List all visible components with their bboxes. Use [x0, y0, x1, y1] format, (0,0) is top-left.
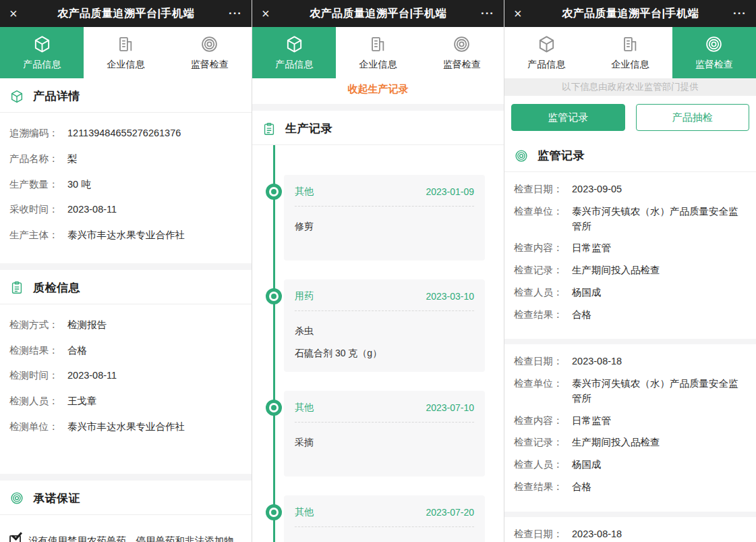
titlebar: × 农产品质量追溯平台|手机端 ··· [0, 0, 252, 27]
section-header: 产品详情 [0, 78, 252, 113]
section-title: 监管记录 [537, 148, 585, 163]
field-value: 2023-08-18 [572, 527, 747, 542]
field-label: 检查单位： [514, 377, 572, 391]
info-row: 检查内容：日常监管 [514, 241, 747, 256]
field-value: 121139484655276261376 [67, 126, 242, 141]
supervision-records-button[interactable]: 监管记录 [511, 104, 625, 131]
tab-supervision[interactable]: 监督检查 [168, 27, 252, 78]
info-row: 检查记录：生产期间投入品检查 [514, 435, 747, 450]
field-value: 生产期间投入品检查 [572, 435, 747, 450]
record-type: 其他 [295, 186, 314, 198]
record-type: 其他 [295, 402, 314, 414]
timeline-card-body: 采摘 [295, 527, 474, 542]
field-label: 检查人员： [514, 286, 572, 300]
info-row: 检查单位：泰兴市河失镇农（水）产品质量安全监管所 [514, 377, 747, 406]
record-detail: 修剪 [295, 221, 474, 233]
tab-product-info[interactable]: 产品信息 [504, 27, 588, 78]
record-type: 用药 [295, 290, 314, 302]
tabbar: 产品信息企业信息监督检查 [0, 27, 252, 78]
tab-company-info[interactable]: 企业信息 [336, 27, 419, 78]
info-row: 生产数量：30 吨 [9, 178, 242, 192]
field-value: 日常监管 [572, 414, 747, 429]
more-menu-icon[interactable]: ··· [720, 7, 747, 20]
field-value: 生产期间投入品检查 [572, 263, 747, 278]
building-icon [116, 34, 136, 54]
field-value: 王戈章 [67, 394, 242, 409]
section-title: 承诺保证 [33, 491, 80, 506]
more-menu-icon[interactable]: ··· [467, 7, 494, 20]
tab-supervision[interactable]: 监督检查 [420, 27, 504, 78]
field-value: 2023-08-11 [67, 202, 242, 217]
timeline-card-header: 其他2023-01-09 [295, 175, 474, 207]
timeline-dot-icon [266, 504, 282, 520]
supervision-records-header: 监管记录 [504, 138, 756, 172]
info-row: 检查单位：泰兴市河失镇农（水）产品质量安全监管所 [514, 205, 747, 234]
info-row: 检测时间：2023-08-11 [9, 369, 242, 383]
info-row: 检测人员：王戈章 [9, 394, 242, 409]
inspection-record: 检查日期：2023-08-18检查单位：泰兴市河失镇农（水）产品质量安全监管所检… [504, 344, 756, 511]
check-mark-icon [11, 529, 22, 540]
info-row: 检测方式：检测报告 [9, 318, 242, 333]
promise-list: 没有使用禁用农药兽药、停用兽药和非法添加物上市农产品符合农药安全间隔期、兽药休药… [0, 515, 252, 542]
cube-icon [537, 34, 556, 54]
field-value: 2023-08-18 [572, 354, 747, 369]
field-label: 生产主体： [9, 228, 67, 243]
target-icon [514, 148, 529, 163]
field-label: 检查记录： [514, 263, 572, 278]
section: 产品详情追溯编码：121139484655276261376产品名称：梨生产数量… [0, 78, 252, 263]
more-menu-icon[interactable]: ··· [215, 7, 242, 20]
record-date: 2023-07-10 [426, 402, 474, 413]
info-row: 检测结果：合格 [9, 344, 242, 358]
field-value: 杨国成 [572, 458, 747, 472]
checkbox-checked-icon[interactable] [9, 535, 21, 542]
field-value: 30 吨 [67, 178, 242, 192]
product-sampling-button[interactable]: 产品抽检 [636, 104, 750, 131]
field-label: 检测结果： [9, 344, 67, 358]
timeline-item: 其他2023-07-20采摘 [284, 495, 485, 542]
info-rows: 追溯编码：121139484655276261376产品名称：梨生产数量：30 … [0, 113, 252, 243]
field-label: 检查结果： [514, 480, 572, 495]
info-row: 检查日期：2023-09-05 [514, 182, 747, 197]
field-label: 检查日期： [514, 354, 572, 369]
page-title: 农产品质量追溯平台|手机端 [541, 7, 720, 21]
timeline-card: 其他2023-01-09修剪 [284, 175, 485, 261]
timeline-dot-icon [266, 184, 282, 200]
collapse-production-records-link[interactable]: 收起生产记录 [252, 78, 504, 104]
info-row: 检查人员：杨国成 [514, 286, 747, 300]
field-value: 合格 [67, 344, 242, 358]
record-type: 其他 [295, 506, 314, 518]
page-title: 农产品质量追溯平台|手机端 [289, 7, 467, 21]
field-label: 检查单位： [514, 205, 572, 219]
page-title: 农产品质量追溯平台|手机端 [36, 7, 215, 21]
info-row: 生产主体：泰兴市丰达水果专业合作社 [9, 228, 242, 243]
clipboard-icon [9, 280, 24, 295]
info-row: 检查结果：合格 [514, 308, 747, 323]
cube-icon [9, 89, 24, 104]
field-label: 检查内容： [514, 414, 572, 429]
info-row: 检查人员：杨国成 [514, 458, 747, 472]
filter-buttons: 监管记录产品抽检 [504, 96, 756, 138]
tab-product-info[interactable]: 产品信息 [0, 27, 84, 78]
close-icon[interactable]: × [514, 6, 541, 22]
section-header: 承诺保证 [0, 481, 252, 515]
field-label: 追溯编码： [9, 126, 67, 141]
field-label: 检测单位： [9, 420, 67, 435]
building-icon [368, 34, 388, 54]
tabbar: 产品信息企业信息监督检查 [252, 27, 504, 78]
timeline-card-header: 用药2023-03-10 [295, 279, 474, 311]
close-icon[interactable]: × [262, 6, 289, 22]
info-row: 检查记录：生产期间投入品检查 [514, 263, 747, 278]
tab-company-info[interactable]: 企业信息 [588, 27, 672, 78]
promise-item: 没有使用禁用农药兽药、停用兽药和非法添加物 [9, 535, 242, 542]
timeline-card-body: 修剪 [295, 207, 474, 261]
timeline-card: 其他2023-07-10采摘 [284, 391, 485, 477]
record-divider [504, 512, 756, 517]
section: 承诺保证没有使用禁用农药兽药、停用兽药和非法添加物上市农产品符合农药安全间隔期、… [0, 481, 252, 542]
timeline-card: 其他2023-07-20采摘 [284, 495, 485, 542]
tab-product-info[interactable]: 产品信息 [252, 27, 336, 78]
field-label: 检测人员： [9, 394, 67, 409]
close-icon[interactable]: × [9, 6, 36, 22]
product-info-body: 产品详情追溯编码：121139484655276261376产品名称：梨生产数量… [0, 78, 252, 542]
tab-supervision[interactable]: 监督检查 [672, 27, 756, 78]
tab-company-info[interactable]: 企业信息 [84, 27, 167, 78]
